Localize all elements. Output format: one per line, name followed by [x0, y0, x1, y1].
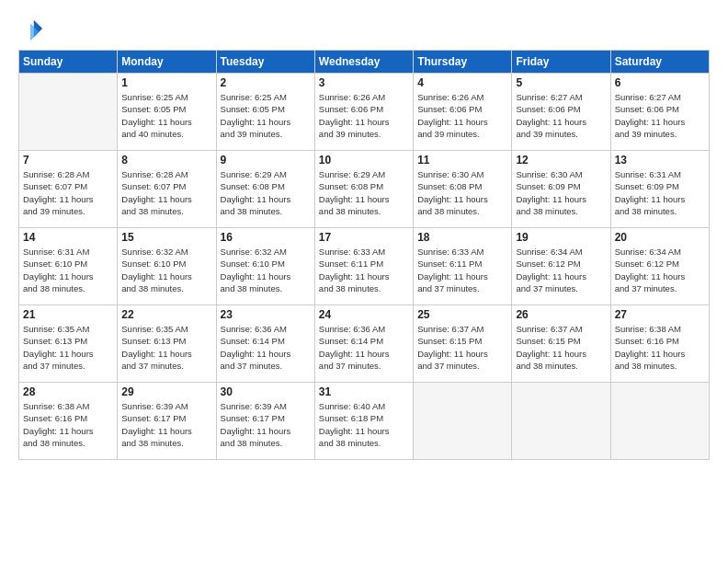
day-number: 22	[121, 308, 211, 321]
day-header-thursday: Thursday	[414, 51, 512, 74]
day-header-wednesday: Wednesday	[314, 51, 413, 74]
day-info: Sunrise: 6:39 AM Sunset: 6:17 PM Dayligh…	[121, 400, 211, 449]
day-info: Sunrise: 6:32 AM Sunset: 6:10 PM Dayligh…	[221, 246, 311, 294]
day-info: Sunrise: 6:31 AM Sunset: 6:10 PM Dayligh…	[23, 246, 113, 294]
calendar-cell: 25Sunrise: 6:37 AM Sunset: 6:15 PM Dayli…	[414, 305, 512, 383]
day-info: Sunrise: 6:29 AM Sunset: 6:08 PM Dayligh…	[221, 168, 311, 217]
day-header-tuesday: Tuesday	[216, 51, 314, 74]
day-info: Sunrise: 6:33 AM Sunset: 6:11 PM Dayligh…	[319, 246, 409, 294]
calendar-cell: 4Sunrise: 6:26 AM Sunset: 6:06 PM Daylig…	[414, 74, 512, 151]
day-number: 15	[121, 231, 211, 244]
day-info: Sunrise: 6:34 AM Sunset: 6:12 PM Dayligh…	[615, 246, 705, 294]
week-row: 7Sunrise: 6:28 AM Sunset: 6:07 PM Daylig…	[19, 151, 710, 228]
day-header-friday: Friday	[512, 51, 610, 74]
day-header-sunday: Sunday	[19, 51, 118, 74]
calendar-cell: 5Sunrise: 6:27 AM Sunset: 6:06 PM Daylig…	[512, 74, 610, 151]
calendar-cell: 10Sunrise: 6:29 AM Sunset: 6:08 PM Dayli…	[314, 151, 413, 228]
day-info: Sunrise: 6:38 AM Sunset: 6:16 PM Dayligh…	[615, 323, 705, 372]
calendar-cell: 15Sunrise: 6:32 AM Sunset: 6:10 PM Dayli…	[118, 228, 216, 305]
logo-icon	[18, 17, 44, 42]
calendar-cell: 27Sunrise: 6:38 AM Sunset: 6:16 PM Dayli…	[610, 305, 709, 383]
day-number: 1	[121, 76, 211, 89]
day-info: Sunrise: 6:29 AM Sunset: 6:08 PM Dayligh…	[319, 168, 409, 217]
day-info: Sunrise: 6:39 AM Sunset: 6:17 PM Dayligh…	[221, 400, 311, 449]
day-info: Sunrise: 6:35 AM Sunset: 6:13 PM Dayligh…	[121, 323, 211, 372]
week-row: 14Sunrise: 6:31 AM Sunset: 6:10 PM Dayli…	[19, 228, 710, 305]
day-info: Sunrise: 6:32 AM Sunset: 6:10 PM Dayligh…	[121, 246, 211, 294]
header-row: SundayMondayTuesdayWednesdayThursdayFrid…	[19, 51, 710, 74]
calendar-cell	[414, 383, 512, 460]
day-number: 13	[615, 154, 705, 167]
calendar-cell: 13Sunrise: 6:31 AM Sunset: 6:09 PM Dayli…	[610, 151, 709, 228]
day-number: 25	[417, 308, 507, 321]
day-info: Sunrise: 6:38 AM Sunset: 6:16 PM Dayligh…	[23, 400, 113, 449]
calendar-cell: 17Sunrise: 6:33 AM Sunset: 6:11 PM Dayli…	[314, 228, 413, 305]
calendar-cell: 3Sunrise: 6:26 AM Sunset: 6:06 PM Daylig…	[314, 74, 413, 151]
day-info: Sunrise: 6:27 AM Sunset: 6:06 PM Dayligh…	[615, 91, 705, 140]
day-number: 6	[615, 76, 705, 89]
calendar-cell: 19Sunrise: 6:34 AM Sunset: 6:12 PM Dayli…	[512, 228, 610, 305]
day-info: Sunrise: 6:33 AM Sunset: 6:11 PM Dayligh…	[417, 246, 507, 294]
day-number: 10	[319, 154, 409, 167]
day-info: Sunrise: 6:26 AM Sunset: 6:06 PM Dayligh…	[319, 91, 409, 140]
calendar-cell	[610, 383, 709, 460]
calendar-cell: 1Sunrise: 6:25 AM Sunset: 6:05 PM Daylig…	[118, 74, 216, 151]
day-number: 12	[516, 154, 606, 167]
day-number: 17	[319, 231, 409, 244]
day-info: Sunrise: 6:25 AM Sunset: 6:05 PM Dayligh…	[221, 91, 311, 140]
day-number: 29	[121, 385, 211, 398]
week-row: 28Sunrise: 6:38 AM Sunset: 6:16 PM Dayli…	[19, 383, 710, 460]
day-info: Sunrise: 6:30 AM Sunset: 6:09 PM Dayligh…	[516, 168, 606, 217]
day-number: 31	[319, 385, 409, 398]
day-info: Sunrise: 6:27 AM Sunset: 6:06 PM Dayligh…	[516, 91, 606, 140]
day-number: 20	[615, 231, 705, 244]
day-number: 23	[221, 308, 311, 321]
day-number: 8	[121, 154, 211, 167]
day-number: 18	[417, 231, 507, 244]
day-number: 2	[221, 76, 311, 89]
day-header-saturday: Saturday	[610, 51, 709, 74]
calendar-cell: 29Sunrise: 6:39 AM Sunset: 6:17 PM Dayli…	[118, 383, 216, 460]
day-number: 24	[319, 308, 409, 321]
logo	[18, 17, 48, 42]
calendar-cell: 8Sunrise: 6:28 AM Sunset: 6:07 PM Daylig…	[118, 151, 216, 228]
day-header-monday: Monday	[118, 51, 216, 74]
day-number: 30	[221, 385, 311, 398]
week-row: 1Sunrise: 6:25 AM Sunset: 6:05 PM Daylig…	[19, 74, 710, 151]
calendar-cell: 24Sunrise: 6:36 AM Sunset: 6:14 PM Dayli…	[314, 305, 413, 383]
day-number: 19	[516, 231, 606, 244]
calendar-cell	[19, 74, 118, 151]
calendar-cell: 23Sunrise: 6:36 AM Sunset: 6:14 PM Dayli…	[216, 305, 314, 383]
calendar-cell: 28Sunrise: 6:38 AM Sunset: 6:16 PM Dayli…	[19, 383, 118, 460]
calendar-cell: 26Sunrise: 6:37 AM Sunset: 6:15 PM Dayli…	[512, 305, 610, 383]
day-info: Sunrise: 6:36 AM Sunset: 6:14 PM Dayligh…	[221, 323, 311, 372]
header	[18, 17, 710, 42]
day-info: Sunrise: 6:26 AM Sunset: 6:06 PM Dayligh…	[417, 91, 507, 140]
day-number: 26	[516, 308, 606, 321]
calendar-cell: 14Sunrise: 6:31 AM Sunset: 6:10 PM Dayli…	[19, 228, 118, 305]
week-row: 21Sunrise: 6:35 AM Sunset: 6:13 PM Dayli…	[19, 305, 710, 383]
calendar-cell: 11Sunrise: 6:30 AM Sunset: 6:08 PM Dayli…	[414, 151, 512, 228]
calendar-cell: 20Sunrise: 6:34 AM Sunset: 6:12 PM Dayli…	[610, 228, 709, 305]
calendar-cell: 7Sunrise: 6:28 AM Sunset: 6:07 PM Daylig…	[19, 151, 118, 228]
calendar-cell: 2Sunrise: 6:25 AM Sunset: 6:05 PM Daylig…	[216, 74, 314, 151]
day-info: Sunrise: 6:37 AM Sunset: 6:15 PM Dayligh…	[417, 323, 507, 372]
day-info: Sunrise: 6:37 AM Sunset: 6:15 PM Dayligh…	[516, 323, 606, 372]
calendar-cell: 6Sunrise: 6:27 AM Sunset: 6:06 PM Daylig…	[610, 74, 709, 151]
day-number: 27	[615, 308, 705, 321]
day-info: Sunrise: 6:35 AM Sunset: 6:13 PM Dayligh…	[23, 323, 113, 372]
day-number: 14	[23, 231, 113, 244]
day-number: 5	[516, 76, 606, 89]
calendar-cell: 22Sunrise: 6:35 AM Sunset: 6:13 PM Dayli…	[118, 305, 216, 383]
day-info: Sunrise: 6:28 AM Sunset: 6:07 PM Dayligh…	[23, 168, 113, 217]
page: SundayMondayTuesdayWednesdayThursdayFrid…	[0, 0, 728, 563]
day-info: Sunrise: 6:34 AM Sunset: 6:12 PM Dayligh…	[516, 246, 606, 294]
day-info: Sunrise: 6:25 AM Sunset: 6:05 PM Dayligh…	[121, 91, 211, 140]
calendar-cell: 16Sunrise: 6:32 AM Sunset: 6:10 PM Dayli…	[216, 228, 314, 305]
day-number: 16	[221, 231, 311, 244]
calendar: SundayMondayTuesdayWednesdayThursdayFrid…	[18, 50, 710, 460]
calendar-cell	[512, 383, 610, 460]
day-number: 7	[23, 154, 113, 167]
day-number: 21	[23, 308, 113, 321]
day-number: 4	[417, 76, 507, 89]
